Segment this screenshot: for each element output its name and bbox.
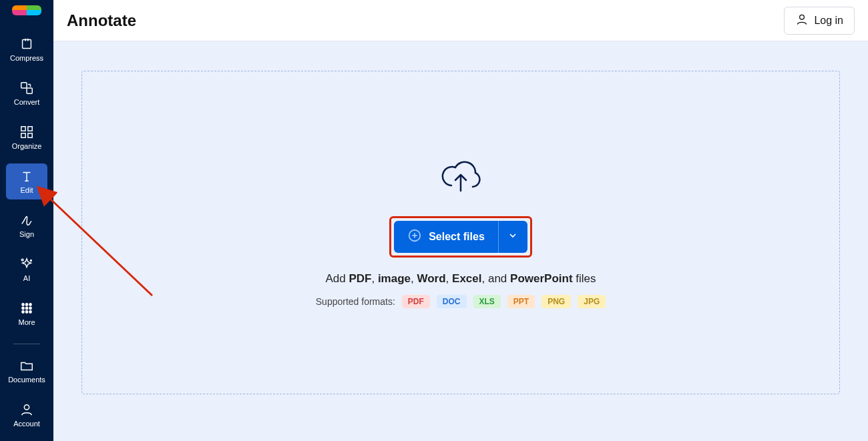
supported-formats: Supported formats: PDF DOC XLS PPT PNG J… (316, 295, 606, 308)
svg-point-14 (29, 307, 31, 309)
format-badge: JPG (578, 295, 606, 308)
plus-circle-icon (407, 228, 422, 246)
supported-label: Supported formats: (316, 296, 395, 307)
convert-icon (19, 81, 34, 95)
folder-icon (19, 358, 34, 373)
login-label: Log in (814, 15, 843, 27)
file-types-hint: Add PDF, image, Word, Excel, and PowerPo… (325, 272, 596, 286)
sign-icon (19, 213, 34, 228)
svg-point-15 (22, 311, 24, 313)
logo[interactable] (12, 5, 41, 15)
sidebar-item-documents[interactable]: Documents (6, 353, 47, 389)
compress-icon (19, 37, 34, 51)
sidebar-item-label: Convert (14, 98, 40, 106)
sidebar-item-edit[interactable]: Edit (6, 163, 47, 199)
select-files-dropdown[interactable] (498, 221, 527, 253)
svg-point-11 (29, 304, 31, 306)
sidebar-item-label: Account (13, 420, 40, 428)
svg-point-13 (25, 307, 27, 309)
svg-rect-0 (23, 39, 31, 48)
svg-point-18 (24, 405, 29, 410)
sidebar-item-compress[interactable]: Compress (6, 31, 47, 67)
sidebar-item-organize[interactable]: Organize (6, 119, 47, 155)
dropzone[interactable]: Select files Add PDF, image, Word, Excel… (81, 71, 840, 394)
content: Select files Add PDF, image, Word, Excel… (53, 41, 868, 441)
sidebar-item-label: Organize (12, 142, 42, 150)
edit-icon (19, 169, 34, 183)
page-title: Annotate (67, 11, 136, 30)
select-files-group: Select files (389, 216, 532, 258)
sidebar: Compress Convert Organize Edit Sign AI M… (0, 0, 53, 441)
format-badge: PNG (541, 295, 571, 308)
svg-rect-1 (21, 82, 27, 87)
sidebar-item-label: Sign (19, 230, 34, 238)
sidebar-item-label: Edit (21, 186, 33, 194)
more-icon (19, 301, 34, 316)
sidebar-item-ai[interactable]: AI (6, 252, 47, 288)
user-icon (19, 402, 34, 417)
svg-point-8 (31, 260, 32, 261)
svg-point-16 (25, 311, 27, 313)
sidebar-item-label: More (18, 318, 35, 326)
svg-rect-6 (28, 133, 32, 137)
svg-point-7 (21, 259, 23, 261)
select-files-button[interactable]: Select files (394, 221, 498, 253)
svg-rect-4 (28, 126, 32, 130)
svg-rect-2 (27, 88, 32, 93)
sidebar-item-account[interactable]: Account (6, 397, 47, 433)
login-button[interactable]: Log in (784, 7, 855, 35)
svg-point-9 (22, 304, 24, 306)
sidebar-item-label: Compress (10, 54, 43, 62)
svg-point-19 (800, 15, 805, 19)
svg-point-12 (22, 307, 24, 309)
cloud-upload-icon (438, 157, 483, 197)
organize-icon (19, 125, 34, 139)
user-icon (795, 13, 809, 29)
format-badge: DOC (437, 295, 467, 308)
sidebar-item-label: Documents (8, 376, 45, 384)
chevron-down-icon (507, 230, 518, 244)
svg-rect-5 (21, 133, 25, 137)
svg-point-17 (29, 311, 31, 313)
svg-point-10 (25, 304, 27, 306)
header: Annotate Log in (53, 0, 868, 41)
svg-rect-3 (21, 126, 25, 130)
sidebar-item-more[interactable]: More (6, 296, 47, 332)
format-badge: PDF (402, 295, 430, 308)
sidebar-item-sign[interactable]: Sign (6, 207, 47, 244)
select-files-label: Select files (429, 231, 485, 243)
format-badge: XLS (473, 295, 501, 308)
sidebar-item-convert[interactable]: Convert (6, 75, 47, 111)
ai-icon (19, 257, 34, 272)
format-badge: PPT (507, 295, 535, 308)
sidebar-item-label: AI (23, 274, 30, 282)
